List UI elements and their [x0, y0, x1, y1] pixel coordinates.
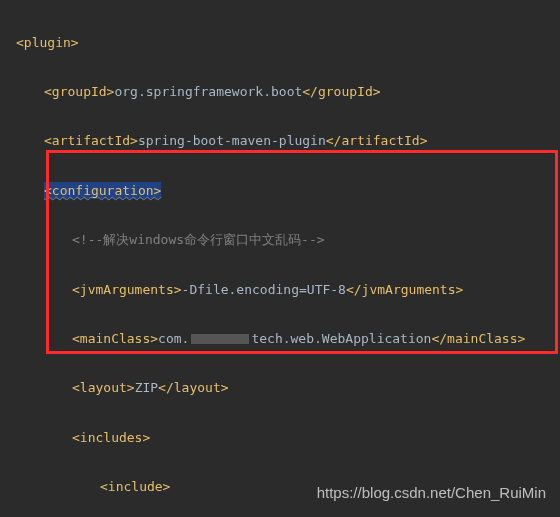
watermark-text: https://blog.csdn.net/Chen_RuiMin: [317, 479, 546, 508]
code-line: <plugin>: [16, 31, 560, 56]
code-line: <mainClass>com.tech.web.WebApplication</…: [16, 327, 560, 352]
redacted-text: [191, 334, 249, 344]
code-line: <jvmArguments>-Dfile.encoding=UTF-8</jvm…: [16, 278, 560, 303]
code-line: <!--解决windows命令行窗口中文乱码-->: [16, 228, 560, 253]
code-line: <layout>ZIP</layout>: [16, 376, 560, 401]
code-line: <groupId>org.springframework.boot</group…: [16, 80, 560, 105]
code-line: <configuration>: [16, 179, 560, 204]
code-line: <includes>: [16, 426, 560, 451]
code-line: <artifactId>spring-boot-maven-plugin</ar…: [16, 129, 560, 154]
code-block: <plugin> <groupId>org.springframework.bo…: [0, 0, 560, 517]
